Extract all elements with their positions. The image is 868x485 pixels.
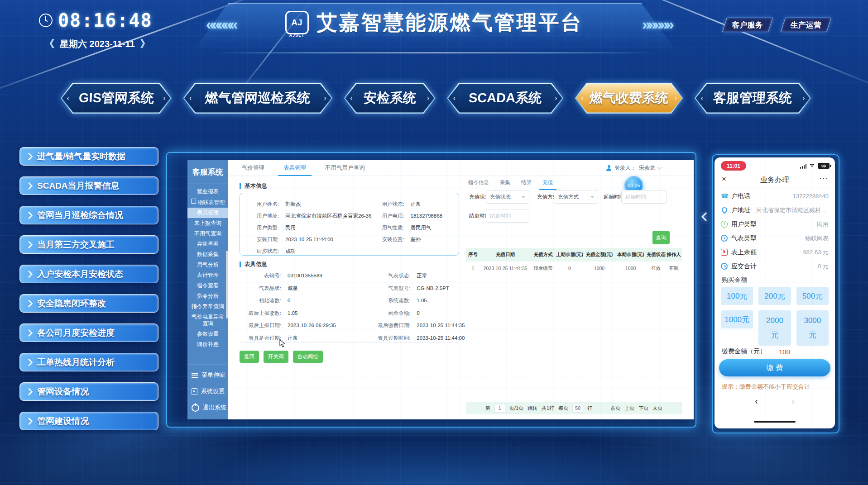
row-meter-balance: ¥表上余额682.63 元 <box>715 245 835 259</box>
customer-service-button[interactable]: 客户服务 <box>722 18 773 32</box>
app-window-frame: 客服系统 营业报表 物联表管理 表具管理 未上报查询 不用气查询 异常查看 数据… <box>166 152 696 428</box>
field-user-address: 用户地址:河北省保定市清苑区石桥乡百家26-36 <box>246 213 372 219</box>
sidebar-item-scada-alarms[interactable]: SCADA当月报警信息 <box>19 176 158 195</box>
pay-button[interactable]: 缴 费 <box>719 359 830 376</box>
login-user[interactable]: 登录人： 宋会龙 <box>606 160 661 176</box>
menu-item-command-analysis[interactable]: 指令分析 <box>187 291 228 301</box>
home-indicator[interactable] <box>754 421 796 423</box>
amount-chip-1000[interactable]: 1000元 <box>721 310 753 328</box>
sidebar-item-inspection-summary[interactable]: 管网当月巡检综合情况 <box>19 206 158 224</box>
amount-chip-3000[interactable]: 3000元 <box>796 310 829 346</box>
nav-tab-gis[interactable]: GIS管网系统 <box>61 83 172 114</box>
section-divider <box>240 342 458 342</box>
sidebar-scrollbar[interactable] <box>226 251 228 319</box>
field-install-date: 安装日期:2023-10-25 11:44:00 <box>246 236 372 243</box>
table-row[interactable]: 12023-10-25 11:44:35 现金缴费0 10001000 有效霍颖 <box>466 262 682 275</box>
prev-arrow-icon[interactable]: ‹ <box>755 395 758 406</box>
header-clock: 08:16:48 <box>39 10 153 31</box>
meter-type-icon <box>721 235 728 242</box>
recharge-status-select[interactable]: 充值状态 <box>486 190 529 204</box>
sidebar-item-home-safety-status[interactable]: 入户安检本月安检状态 <box>19 265 158 283</box>
user-type-icon: i <box>721 221 728 228</box>
sidebar-item-network-equipment[interactable]: 管网设备情况 <box>19 382 158 401</box>
recharge-panel: 指令信息 采集 结算 充值 00:05 充值状态 充值状态 充值方式 充值方式 … <box>466 176 682 419</box>
phone-status-bar: 11:01 99 <box>715 161 835 171</box>
tab-command-info[interactable]: 指令信息 <box>468 179 489 190</box>
end-time-input[interactable] <box>486 209 529 223</box>
page-input[interactable] <box>494 404 505 413</box>
chevron-right-icon <box>25 211 33 219</box>
checkbox-icon[interactable] <box>191 199 196 204</box>
recharge-method-select[interactable]: 充值方式 <box>554 190 598 204</box>
meter-info-grid: 表钢号:031001355589 气表状态:正常 气表品牌:威星 气表型号:CG… <box>240 272 462 342</box>
query-button[interactable]: 查询 <box>652 231 670 244</box>
menu-item-price-adjust[interactable]: 调价补差 <box>187 339 228 350</box>
prev-page-button[interactable]: 上页 <box>624 405 634 412</box>
nav-tab-safety-check[interactable]: 安检系统 <box>344 83 436 114</box>
current-time: 08:16:48 <box>58 10 153 31</box>
tab-meter-mgmt[interactable]: 表具管理 <box>282 160 308 176</box>
sidebar-item-network-construction[interactable]: 管网建设情况 <box>19 412 158 430</box>
menu-item-anomaly-view[interactable]: 异常查看 <box>187 239 228 249</box>
amount-chip-200[interactable]: 200元 <box>758 287 791 305</box>
menu-item-no-gas-query[interactable]: 不用气查询 <box>187 228 228 239</box>
login-username: 宋会龙 <box>639 164 655 172</box>
start-time-input[interactable] <box>621 190 667 204</box>
close-icon[interactable]: × <box>722 175 726 184</box>
phone-mockup: 11:01 99 × 业务办理 ··· ☎户电话13722288440 户地址河… <box>715 157 835 428</box>
next-page-button[interactable]: 下页 <box>638 405 648 412</box>
last-page-button[interactable]: 末页 <box>652 405 662 412</box>
amount-chip-2000[interactable]: 2000元 <box>758 310 791 346</box>
current-date: 星期六 2023-11-11 <box>60 38 135 50</box>
row-address: 户地址河北省保定市清苑区臧村镇西于... <box>715 203 835 217</box>
more-options-icon[interactable]: ··· <box>819 174 829 183</box>
menu-item-iot-meter-mgmt[interactable]: 物联表管理 <box>187 197 228 208</box>
menu-item-usage-analysis[interactable]: 用气分析 <box>187 260 228 270</box>
menu-item-data-collect[interactable]: 数据采集 <box>187 249 228 260</box>
menu-collapse-button[interactable]: 菜单伸缩 <box>187 367 228 383</box>
login-label: 登录人： <box>614 164 636 172</box>
nav-tab-gas-billing[interactable]: 燃气收费系统 <box>575 83 683 114</box>
tab-gas-price-mgmt[interactable]: 气价管理 <box>240 160 266 176</box>
valve-switch-button[interactable]: 开关阀 <box>264 351 288 363</box>
menu-item-business-report[interactable]: 营业报表 <box>187 186 228 197</box>
tab-recharge[interactable]: 充值 <box>542 179 553 190</box>
action-buttons: 返回 开关阀 自动阀控 <box>240 351 323 363</box>
next-arrow-icon[interactable]: › <box>791 395 795 406</box>
back-button[interactable]: 返回 <box>240 351 259 363</box>
menu-item-unreported-query[interactable]: 未上报查询 <box>187 218 228 228</box>
nav-tab-scada[interactable]: SCADA系统 <box>447 83 563 114</box>
menu-item-param-settings[interactable]: 参数设置 <box>187 329 228 339</box>
amount-chip-100[interactable]: 100元 <box>721 287 753 305</box>
amount-chip-500[interactable]: 500元 <box>796 287 829 305</box>
menu-item-command-view[interactable]: 指令查看 <box>187 281 228 291</box>
app-menu: 营业报表 物联表管理 表具管理 未上报查询 不用气查询 异常查看 数据采集 用气… <box>187 184 228 350</box>
sidebar-item-realtime-gas[interactable]: 进气量/销气量实时数据 <box>19 147 158 166</box>
nav-tab-pipeline-inspection[interactable]: 燃气管网巡检系统 <box>183 83 332 114</box>
decorative-chevron-icon <box>701 212 710 221</box>
sidebar-item-third-party-construction[interactable]: 当月第三方交叉施工 <box>19 235 158 254</box>
menu-item-meter-count-mgmt[interactable]: 表计管理 <box>187 270 228 281</box>
system-settings-button[interactable]: 系统设置 <box>187 383 228 399</box>
production-operation-button[interactable]: 生产运营 <box>781 18 831 32</box>
auto-valve-control-button[interactable]: 自动阀控 <box>293 351 323 363</box>
sidebar-item-hazard-rectification[interactable]: 安全隐患闭环整改 <box>19 294 158 313</box>
tab-no-gas-user-query[interactable]: 不用气用户查询 <box>323 160 367 176</box>
menu-item-command-anomaly[interactable]: 指令异常查询 <box>187 301 228 312</box>
tab-collection[interactable]: 采集 <box>500 179 510 190</box>
menu-item-price-anomaly[interactable]: 气价电量异常查询 <box>187 312 228 329</box>
sidebar-item-hotline-statistics[interactable]: 工单热线月统计分析 <box>19 353 158 371</box>
chevron-right-icon <box>25 388 33 395</box>
pagination-jump[interactable]: 跳转 <box>528 405 537 412</box>
menu-item-meter-mgmt[interactable]: 表具管理 <box>187 208 228 218</box>
first-page-button[interactable]: 首页 <box>610 405 620 412</box>
page-prefix: 第 <box>485 405 490 412</box>
logout-button[interactable]: 退出系统 <box>187 399 228 416</box>
nav-tab-customer-service[interactable]: 客服管理系统 <box>695 83 811 114</box>
chevrons-right-icon: »»»»» <box>642 15 671 33</box>
field-gas-nature: 用气性质:居民用气 <box>372 224 455 231</box>
sidebar-item-monthly-safety-progress[interactable]: 各公司月度安检进度 <box>19 323 158 342</box>
per-page-input[interactable] <box>572 404 583 413</box>
pay-amount-value[interactable]: 100 <box>779 348 790 356</box>
tab-settlement[interactable]: 结算 <box>521 179 532 190</box>
